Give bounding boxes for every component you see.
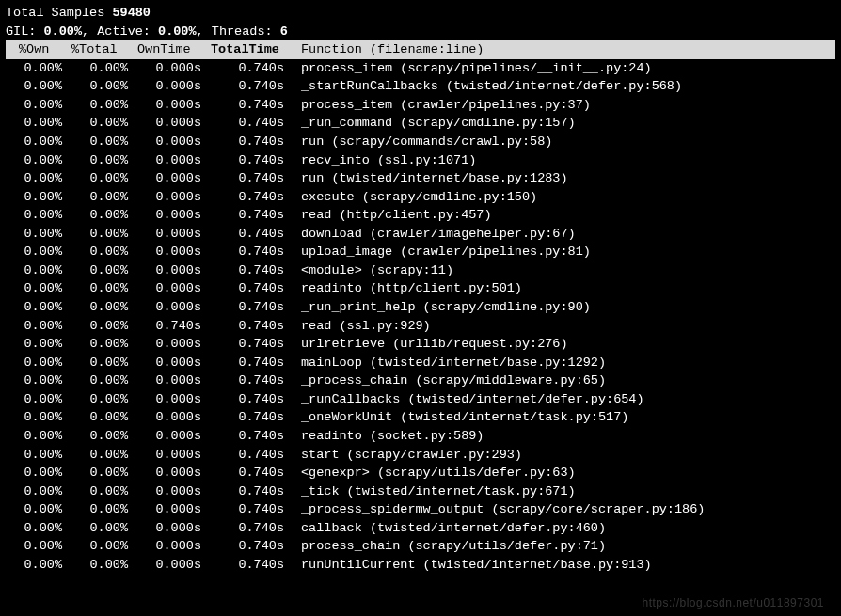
gil-active-threads-line: GIL: 0.00%, Active: 0.00%, Threads: 6 <box>6 23 835 41</box>
cell-total: 0.00% <box>64 482 130 501</box>
cell-own: 0.00% <box>6 59 64 78</box>
cell-own: 0.00% <box>6 279 64 298</box>
cell-totaltime: 0.740s <box>203 59 290 78</box>
cell-totaltime: 0.740s <box>203 114 290 133</box>
cell-total: 0.00% <box>64 556 130 575</box>
cell-own: 0.00% <box>6 169 64 188</box>
table-row: 0.00%0.00%0.000s0.740s_process_chain (sc… <box>6 371 835 390</box>
cell-totaltime: 0.740s <box>203 537 290 556</box>
cell-owntime: 0.000s <box>130 354 203 372</box>
cell-total: 0.00% <box>64 279 130 298</box>
cell-owntime: 0.740s <box>130 317 203 336</box>
header-totaltime: TotalTime <box>203 40 290 59</box>
cell-own: 0.00% <box>6 188 64 207</box>
threads-value: 6 <box>280 24 288 39</box>
cell-own: 0.00% <box>6 408 64 427</box>
cell-owntime: 0.000s <box>130 298 203 317</box>
cell-totaltime: 0.740s <box>203 519 290 538</box>
cell-owntime: 0.000s <box>130 114 203 133</box>
table-row: 0.00%0.00%0.000s0.740supload_image (craw… <box>6 243 835 261</box>
cell-totaltime: 0.740s <box>203 225 290 244</box>
cell-function: urlretrieve (urllib/request.py:276) <box>290 335 835 354</box>
cell-totaltime: 0.740s <box>203 96 290 115</box>
table-row: 0.00%0.00%0.000s0.740s_process_spidermw_… <box>6 500 835 519</box>
cell-function: recv_into (ssl.py:1071) <box>290 151 835 170</box>
cell-totaltime: 0.740s <box>203 298 290 317</box>
cell-own: 0.00% <box>6 390 64 409</box>
cell-function: process_chain (scrapy/utils/defer.py:71) <box>290 537 835 556</box>
cell-owntime: 0.000s <box>130 427 203 446</box>
cell-function: _tick (twisted/internet/task.py:671) <box>290 482 835 501</box>
cell-owntime: 0.000s <box>130 482 203 501</box>
cell-total: 0.00% <box>64 298 130 317</box>
table-row: 0.00%0.00%0.000s0.740sreadinto (socket.p… <box>6 427 835 446</box>
cell-total: 0.00% <box>64 390 130 409</box>
cell-function: run (twisted/internet/base.py:1283) <box>290 169 835 188</box>
cell-own: 0.00% <box>6 114 64 133</box>
cell-function: process_item (crawler/pipelines.py:37) <box>290 96 835 115</box>
header-total: %Total <box>64 40 130 59</box>
cell-total: 0.00% <box>64 371 130 390</box>
cell-totaltime: 0.740s <box>203 206 290 225</box>
cell-totaltime: 0.740s <box>203 279 290 298</box>
cell-totaltime: 0.740s <box>203 335 290 354</box>
cell-total: 0.00% <box>64 133 130 151</box>
cell-own: 0.00% <box>6 133 64 151</box>
cell-totaltime: 0.740s <box>203 482 290 501</box>
cell-total: 0.00% <box>64 537 130 556</box>
cell-owntime: 0.000s <box>130 519 203 538</box>
total-samples-line: Total Samples 59480 <box>6 4 835 23</box>
cell-own: 0.00% <box>6 482 64 501</box>
table-row: 0.00%0.00%0.000s0.740srun (scrapy/comman… <box>6 133 835 151</box>
cell-function: read (http/client.py:457) <box>290 206 835 225</box>
cell-total: 0.00% <box>64 519 130 538</box>
cell-owntime: 0.000s <box>130 279 203 298</box>
cell-own: 0.00% <box>6 354 64 372</box>
cell-own: 0.00% <box>6 335 64 354</box>
cell-function: readinto (socket.py:589) <box>290 427 835 446</box>
cell-function: mainLoop (twisted/internet/base.py:1292) <box>290 354 835 372</box>
cell-owntime: 0.000s <box>130 464 203 482</box>
cell-function: read (ssl.py:929) <box>290 317 835 336</box>
cell-owntime: 0.000s <box>130 537 203 556</box>
cell-own: 0.00% <box>6 500 64 519</box>
header-owntime: OwnTime <box>130 40 203 59</box>
cell-function: _process_spidermw_output (scrapy/core/sc… <box>290 500 835 519</box>
cell-total: 0.00% <box>64 151 130 170</box>
cell-own: 0.00% <box>6 446 64 465</box>
cell-function: _run_print_help (scrapy/cmdline.py:90) <box>290 298 835 317</box>
cell-totaltime: 0.740s <box>203 243 290 261</box>
cell-own: 0.00% <box>6 317 64 336</box>
table-row: 0.00%0.00%0.000s0.740srecv_into (ssl.py:… <box>6 151 835 170</box>
table-row: 0.00%0.00%0.000s0.740s_run_print_help (s… <box>6 298 835 317</box>
cell-function: run (scrapy/commands/crawl.py:58) <box>290 133 835 151</box>
cell-own: 0.00% <box>6 243 64 261</box>
table-header-row: %Own %Total OwnTime TotalTime Function (… <box>6 40 835 59</box>
table-row: 0.00%0.00%0.000s0.740s_runCallbacks (twi… <box>6 390 835 409</box>
cell-totaltime: 0.740s <box>203 354 290 372</box>
cell-function: readinto (http/client.py:501) <box>290 279 835 298</box>
cell-function: _startRunCallbacks (twisted/internet/def… <box>290 77 835 96</box>
table-row: 0.00%0.00%0.000s0.740sprocess_item (scra… <box>6 59 835 78</box>
table-row: 0.00%0.00%0.000s0.740scallback (twisted/… <box>6 519 835 538</box>
cell-function: start (scrapy/crawler.py:293) <box>290 446 835 465</box>
table-row: 0.00%0.00%0.000s0.740sprocess_chain (scr… <box>6 537 835 556</box>
cell-own: 0.00% <box>6 225 64 244</box>
cell-owntime: 0.000s <box>130 390 203 409</box>
cell-owntime: 0.000s <box>130 243 203 261</box>
cell-owntime: 0.000s <box>130 169 203 188</box>
cell-totaltime: 0.740s <box>203 427 290 446</box>
threads-label: Threads: <box>212 24 273 39</box>
cell-function: _process_chain (scrapy/middleware.py:65) <box>290 371 835 390</box>
cell-own: 0.00% <box>6 206 64 225</box>
header-function: Function (filename:line) <box>290 40 835 59</box>
cell-own: 0.00% <box>6 151 64 170</box>
table-row: 0.00%0.00%0.000s0.740s<module> (scrapy:1… <box>6 261 835 280</box>
table-row: 0.00%0.00%0.000s0.740srun (twisted/inter… <box>6 169 835 188</box>
cell-total: 0.00% <box>64 500 130 519</box>
table-row: 0.00%0.00%0.000s0.740s_run_command (scra… <box>6 114 835 133</box>
cell-total: 0.00% <box>64 169 130 188</box>
cell-total: 0.00% <box>64 188 130 207</box>
total-samples-label: Total Samples <box>6 6 104 20</box>
cell-own: 0.00% <box>6 261 64 280</box>
